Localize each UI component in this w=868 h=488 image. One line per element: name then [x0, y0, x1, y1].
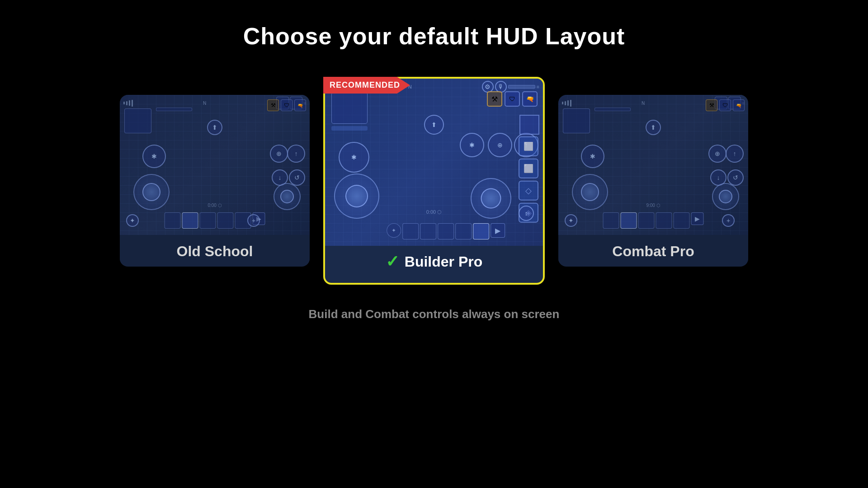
axe-icon-combat: ⚒ [706, 99, 717, 111]
signal-bars [123, 100, 133, 107]
weapon-panel: ⚒ 🛡 🔫 [267, 99, 306, 111]
combat-pro-label: Combat Pro [558, 235, 748, 265]
map-area [124, 108, 151, 133]
emote-btn[interactable]: ✦ [126, 214, 139, 227]
item-slot-c3[interactable] [438, 223, 454, 239]
signal-bar-cb4 [570, 100, 571, 107]
shield-icon-center: 🛡 [505, 91, 520, 107]
shield-icon-combat: 🛡 [719, 99, 731, 111]
map-btn-combat[interactable]: + [722, 214, 735, 227]
selected-checkmark: ✓ [386, 252, 399, 271]
joystick-center-left[interactable] [334, 174, 379, 219]
old-school-label: Old School [120, 235, 310, 265]
page-title: Choose your default HUD Layout [243, 23, 625, 50]
joystick-center-left-inner [345, 185, 368, 207]
timer-center: 0:00 ⬡ [426, 209, 442, 215]
item-bar-combat: ▶ [603, 212, 704, 229]
map-area-combat [563, 108, 590, 133]
item-slot-4[interactable] [217, 212, 234, 229]
item-slot-cb1[interactable] [603, 212, 619, 229]
item-slot-2[interactable] [182, 212, 198, 229]
hud-preview-old-school: N ≡ ⚒ 🛡 🔫 ⬆ ✱ ⊕ [120, 95, 310, 235]
attack-btn-combat[interactable]: ✱ [581, 145, 604, 168]
joystick-combat-right-inner [719, 190, 732, 203]
signal-bar-cb3 [567, 100, 569, 106]
item-slot-cb4[interactable] [656, 212, 672, 229]
signal-bar-1 [123, 102, 125, 104]
joystick-combat-left[interactable] [572, 174, 608, 210]
item-slot-cb2[interactable] [621, 212, 637, 229]
hud-preview-builder-pro: N ⚙ 🎙 ≡ ⚒ 🛡 🔫 ⬆ ✱ [325, 79, 543, 246]
timer-combat: 9:00 ⬡ [646, 203, 660, 208]
menu-center: ≡ [537, 84, 539, 89]
joystick-center-right[interactable] [471, 178, 511, 219]
sprint-btn[interactable]: ⬆ [207, 120, 222, 135]
axe-icon: ⚒ [267, 99, 279, 111]
compass-combat: N [642, 101, 645, 106]
sprint-btn-combat[interactable]: ⬆ [646, 120, 661, 135]
layout-card-builder-pro[interactable]: RECOMMENDED N ⚙ 🎙 ≡ [323, 77, 545, 285]
layout-card-old-school[interactable]: N ≡ ⚒ 🛡 🔫 ⬆ ✱ ⊕ [120, 95, 310, 267]
health-bar-center [508, 85, 535, 89]
map-label: N [203, 101, 206, 106]
joystick-combat-left-inner [581, 183, 599, 201]
signal-bar-cb1 [562, 102, 563, 104]
gun-icon-center: 🔫 [522, 91, 538, 107]
subtitle: Build and Combat controls always on scre… [309, 307, 560, 321]
builder-pro-label-container: ✓ Builder Pro [325, 246, 543, 276]
interact-btn[interactable]: ↕ [519, 206, 534, 221]
weapon-panel-center: ⚒ 🛡 🔫 [487, 91, 538, 107]
signal-bar-cb2 [565, 101, 566, 105]
fire-btn-right-inner [280, 190, 294, 203]
shield-bar [331, 126, 368, 131]
aim-btn-center[interactable]: ✱ [460, 133, 484, 157]
emote-btn-combat[interactable]: ✦ [565, 214, 577, 227]
timer: 0:00 ⬡ [208, 203, 222, 208]
item-slot-c5[interactable] [473, 223, 489, 239]
health-bar [156, 108, 192, 111]
item-slot-c1[interactable] [402, 223, 419, 239]
joystick-left[interactable] [133, 174, 170, 210]
map-btn[interactable]: + [247, 214, 260, 227]
jump-btn-combat[interactable]: ↑ [726, 145, 744, 163]
forward-arrow-combat[interactable]: ▶ [691, 212, 704, 225]
item-slot-cb3[interactable] [638, 212, 655, 229]
aim-btn[interactable]: ⊕ [270, 145, 288, 163]
sprint-btn-center[interactable]: ⬆ [424, 115, 444, 135]
health-bar-combat [594, 108, 631, 111]
builder-pro-label: Builder Pro [405, 253, 482, 270]
item-slot-cb5[interactable] [674, 212, 690, 229]
item-slot-3[interactable] [200, 212, 216, 229]
item-slot-c4[interactable] [455, 223, 472, 239]
build-wall[interactable]: ⬜ [519, 136, 538, 156]
jump-btn[interactable]: ↑ [287, 145, 305, 163]
crosshair-btn-center[interactable]: ⊕ [488, 133, 512, 157]
gun-icon-combat: 🔫 [733, 99, 745, 111]
aim-btn-combat[interactable]: ⊕ [708, 145, 726, 163]
layout-card-combat-pro[interactable]: N ≡ ⚒ 🛡 🔫 ⬆ ✱ ⊕ ↑ [558, 95, 748, 267]
attack-btn-center[interactable]: ✱ [339, 142, 369, 173]
signal-bar-3 [129, 100, 130, 106]
signal-bar-4 [132, 100, 133, 107]
emote-btn-center[interactable]: ✦ [387, 223, 401, 238]
square-btn[interactable] [519, 115, 539, 135]
signal-bar-2 [126, 101, 127, 105]
signal-bars-combat [562, 100, 571, 107]
joystick-center-right-inner [481, 188, 501, 209]
weapon-panel-combat: ⚒ 🛡 🔫 [706, 99, 745, 111]
attack-btn[interactable]: ✱ [142, 145, 166, 168]
hud-preview-combat-pro: N ≡ ⚒ 🛡 🔫 ⬆ ✱ ⊕ ↑ [558, 95, 748, 235]
forward-arrow-center[interactable]: ▶ [491, 223, 505, 238]
item-bar-center: ✦ ▶ [387, 223, 505, 239]
joystick-combat-right[interactable] [712, 183, 739, 210]
build-floor[interactable]: ⬜ [519, 159, 538, 178]
map-center [331, 92, 368, 124]
item-slot-1[interactable] [165, 212, 181, 229]
layouts-container: N ≡ ⚒ 🛡 🔫 ⬆ ✱ ⊕ [0, 77, 868, 285]
gun-icon: 🔫 [294, 99, 306, 111]
fire-btn-right[interactable] [274, 183, 301, 210]
recommended-badge: RECOMMENDED [323, 77, 410, 94]
item-slot-c2[interactable] [420, 223, 436, 239]
shield-icon: 🛡 [281, 99, 292, 111]
build-ramp[interactable]: ◇ [519, 181, 538, 201]
